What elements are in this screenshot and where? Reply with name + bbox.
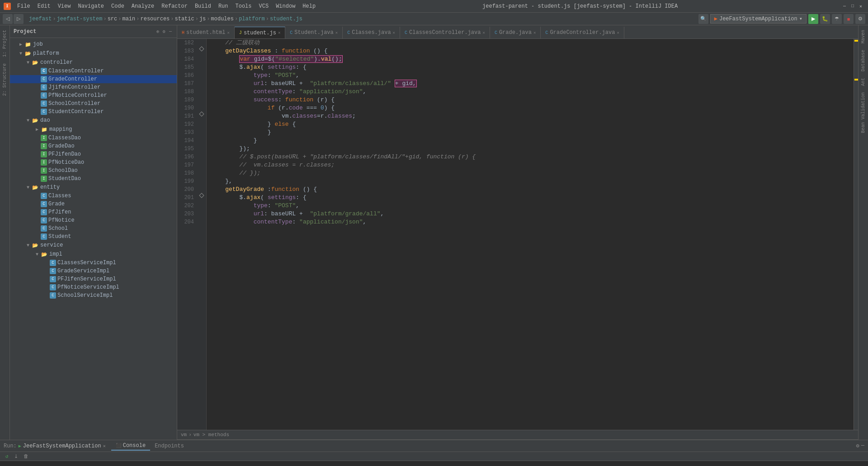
- search-nav-button[interactable]: 🔍: [698, 14, 708, 24]
- minimize-icon[interactable]: —: [861, 442, 864, 449]
- fold-marker[interactable]: [199, 111, 204, 116]
- stop-button[interactable]: ■: [844, 14, 854, 24]
- bc-jeefast[interactable]: jeefast: [29, 16, 52, 22]
- fold-marker[interactable]: [199, 46, 204, 51]
- tree-item-pfnotice[interactable]: C PfNotice: [10, 216, 177, 224]
- debug-button[interactable]: 🐛: [820, 14, 830, 24]
- tree-item-schooldao[interactable]: I SchoolDao: [10, 166, 177, 175]
- ant-tab[interactable]: Ant: [860, 75, 867, 89]
- back-button[interactable]: ◁: [3, 14, 13, 24]
- bc-jeefast-system[interactable]: jeefast-system: [57, 16, 103, 22]
- tree-item-pfjifendao[interactable]: I PFJifenDao: [10, 150, 177, 158]
- settings-icon[interactable]: ⚙: [856, 442, 859, 449]
- menu-file[interactable]: File: [14, 1, 34, 11]
- project-tab[interactable]: 1: Project: [1, 27, 8, 60]
- tree-item-pfnoticecontroller[interactable]: C PfNoticeController: [10, 91, 177, 100]
- sidebar-close-button[interactable]: —: [168, 29, 173, 35]
- tree-item-studentdao[interactable]: I StudentDao: [10, 175, 177, 183]
- tree-item-pfnoticeserviceimpl[interactable]: C PfNoticeServiceImpl: [10, 283, 177, 291]
- tab-close-icon[interactable]: ✕: [278, 30, 280, 35]
- tree-item-pfnoticedao[interactable]: I PfNoticeDao: [10, 158, 177, 166]
- tab-student-html[interactable]: H student.html ✕: [177, 27, 235, 38]
- bc-main[interactable]: main: [122, 16, 135, 22]
- menu-refactor[interactable]: Refactor: [158, 1, 191, 11]
- tree-item-schoolserviceimpl[interactable]: C SchoolServiceImpl: [10, 291, 177, 300]
- menu-run[interactable]: Run: [215, 1, 232, 11]
- restart-button[interactable]: ↺: [4, 453, 10, 460]
- breadcrumb-vm[interactable]: vm: [181, 432, 187, 437]
- menu-code[interactable]: Code: [108, 1, 128, 11]
- menu-tools[interactable]: Tools: [232, 1, 255, 11]
- tab-classescontroller-java[interactable]: C ClassesController.java ✕: [400, 27, 490, 38]
- clear-button[interactable]: 🗑: [22, 453, 30, 460]
- settings-button[interactable]: ⚙: [855, 14, 865, 24]
- tree-item-schoolcontroller[interactable]: C SchoolController: [10, 100, 177, 108]
- bc-js[interactable]: js: [199, 16, 206, 22]
- menu-vcs[interactable]: VCS: [255, 1, 273, 11]
- coverage-button[interactable]: ☂: [832, 14, 842, 24]
- tree-item-dao[interactable]: ▼ 📂 dao: [10, 116, 177, 125]
- tab-close-icon[interactable]: ✕: [393, 30, 395, 35]
- tree-item-classescontroller[interactable]: C ClassesController: [10, 67, 177, 75]
- tree-item-classes[interactable]: C Classes: [10, 192, 177, 200]
- tree-item-job[interactable]: ▶ 📁 job: [10, 40, 177, 49]
- bc-src[interactable]: src: [108, 16, 118, 22]
- tree-item-entity[interactable]: ▼ 📂 entity: [10, 183, 177, 192]
- bc-modules[interactable]: modules: [211, 16, 234, 22]
- sidebar-gear-button[interactable]: ⚙: [161, 29, 167, 35]
- minimize-button[interactable]: —: [841, 3, 848, 10]
- menu-window[interactable]: Window: [272, 1, 299, 11]
- menu-edit[interactable]: Edit: [34, 1, 54, 11]
- structure-tab[interactable]: 2: Structure: [1, 61, 8, 99]
- maximize-button[interactable]: □: [849, 3, 856, 10]
- tab-grade-java[interactable]: C Grade.java ✕: [490, 27, 541, 38]
- scroll-end-button[interactable]: ⤓: [12, 453, 20, 460]
- tree-item-pfjifenserviceimpl[interactable]: C PFJifenServiceImpl: [10, 275, 177, 283]
- tree-item-service[interactable]: ▼ 📂 service: [10, 241, 177, 250]
- run-config-selector[interactable]: ▶ JeeFastSystemApplication ▾: [710, 14, 807, 24]
- code-editor[interactable]: 182 183 184 185 186 187 188 189 190 191 …: [177, 39, 858, 430]
- tree-item-platform[interactable]: ▼ 📂 platform: [10, 49, 177, 58]
- tab-close-icon[interactable]: ✕: [617, 30, 619, 35]
- tab-student-js[interactable]: J student.js ✕: [235, 27, 285, 38]
- menu-build[interactable]: Build: [191, 1, 215, 11]
- tree-item-gradeserviceimpl[interactable]: C GradeServiceImpl: [10, 267, 177, 275]
- tree-item-studentcontroller[interactable]: C StudentController: [10, 108, 177, 116]
- run-button[interactable]: ▶: [808, 14, 818, 24]
- breadcrumb-methods[interactable]: vm > methods: [193, 432, 229, 437]
- tree-item-impl[interactable]: ▼ 📂 impl: [10, 250, 177, 259]
- tab-close-icon[interactable]: ✕: [335, 30, 338, 35]
- forward-button[interactable]: ▷: [14, 14, 24, 24]
- menu-help[interactable]: Help: [299, 1, 319, 11]
- tree-item-school[interactable]: C School: [10, 224, 177, 233]
- tree-item-gradecontroller[interactable]: C GradeController: [10, 75, 177, 83]
- menu-view[interactable]: View: [54, 1, 75, 11]
- tree-item-mapping[interactable]: ▶ 📁 mapping: [10, 125, 177, 134]
- run-close-icon[interactable]: ✕: [103, 443, 106, 449]
- bc-static[interactable]: static: [175, 16, 194, 22]
- code-content[interactable]: // 二级联动 getDayClasses : function () { va…: [207, 39, 854, 430]
- close-button[interactable]: ✕: [857, 3, 864, 10]
- tab-gradecontroller-java[interactable]: C GradeController.java ✕: [541, 27, 624, 38]
- tree-item-gradedao[interactable]: I GradeDao: [10, 142, 177, 150]
- bc-studentjs[interactable]: student.js: [270, 16, 302, 22]
- tree-item-pfjifen[interactable]: C PfJifen: [10, 208, 177, 216]
- bc-platform[interactable]: platform: [239, 16, 265, 22]
- tree-item-classesdao[interactable]: I ClassesDao: [10, 134, 177, 142]
- fold-marker[interactable]: [199, 193, 204, 198]
- tree-item-controller[interactable]: ▼ 📂 controller: [10, 58, 177, 67]
- tab-classes-java[interactable]: C Classes.java ✕: [343, 27, 400, 38]
- sidebar-locate-button[interactable]: ⊕: [155, 29, 160, 35]
- maven-tab[interactable]: Maven: [860, 27, 867, 46]
- database-tab[interactable]: Database: [860, 47, 867, 74]
- console-tab[interactable]: ⬛ Console: [111, 442, 150, 451]
- tab-close-icon[interactable]: ✕: [227, 30, 229, 35]
- tree-item-student[interactable]: C Student: [10, 233, 177, 241]
- tree-item-jjifencontroller[interactable]: C JjifenController: [10, 83, 177, 91]
- menu-navigate[interactable]: Navigate: [74, 1, 108, 11]
- endpoints-tab[interactable]: Endpoints: [150, 442, 189, 450]
- tab-student-java[interactable]: C Student.java ✕: [285, 27, 343, 38]
- tab-close-icon[interactable]: ✕: [533, 30, 536, 35]
- bc-resources[interactable]: resources: [140, 16, 170, 22]
- menu-analyze[interactable]: Analyze: [128, 1, 158, 11]
